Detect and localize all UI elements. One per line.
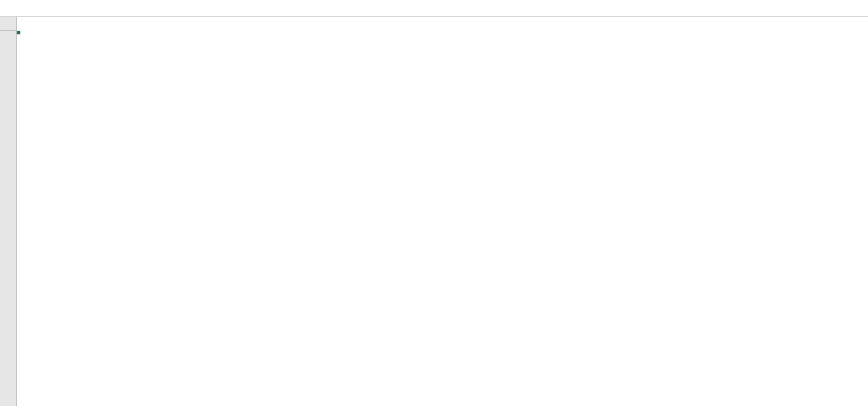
row-headers <box>0 31 17 406</box>
cells-area[interactable] <box>17 31 868 406</box>
select-all-corner[interactable] <box>0 17 17 31</box>
formula-bar[interactable] <box>0 0 868 17</box>
grid-body <box>0 31 868 406</box>
header-row <box>0 17 868 31</box>
spreadsheet <box>0 0 868 406</box>
active-cell-indicator <box>17 31 20 34</box>
